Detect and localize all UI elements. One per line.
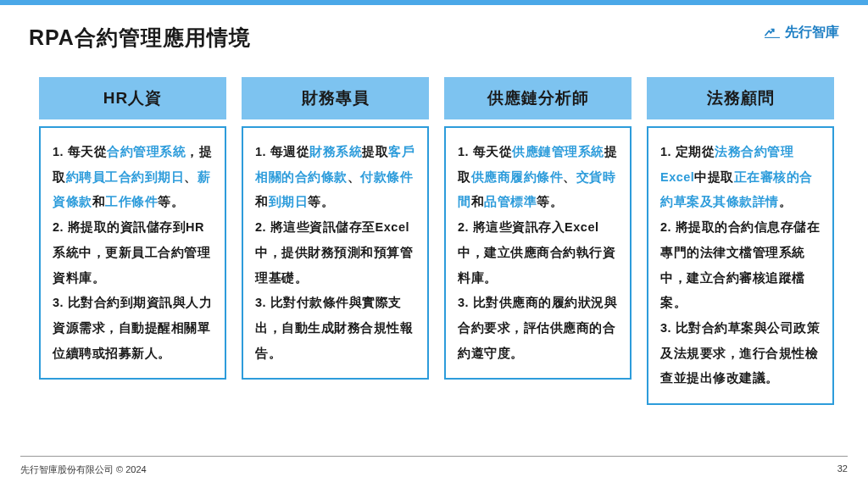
col-header: 財務專員 — [242, 77, 429, 119]
col-hr: HR人資 1. 每天從合約管理系統，提取約聘員工合約到期日、薪資條款和工作條件等… — [39, 77, 226, 405]
col-body: 1. 每週從財務系統提取客戶相關的合約條款、付款條件和到期日等。2. 將這些資訊… — [242, 126, 429, 380]
col-supply: 供應鏈分析師 1. 每天從供應鏈管理系統提取供應商履約條件、交貨時間和品管標準等… — [444, 77, 632, 405]
brand: 先行智庫 — [765, 24, 839, 42]
col-body: 1. 每天從合約管理系統，提取約聘員工合約到期日、薪資條款和工作條件等。2. 將… — [39, 126, 226, 380]
page-number: 32 — [837, 463, 848, 476]
copyright: 先行智庫股份有限公司 © 2024 — [20, 463, 147, 476]
columns-grid: HR人資 1. 每天從合約管理系統，提取約聘員工合約到期日、薪資條款和工作條件等… — [0, 52, 868, 405]
col-legal: 法務顧問 1. 定期從法務合約管理Excel中提取正在審核的合約草案及其條款詳情… — [647, 77, 834, 405]
col-header: 法務顧問 — [647, 77, 834, 119]
brand-text: 先行智庫 — [785, 24, 839, 42]
col-finance: 財務專員 1. 每週從財務系統提取客戶相關的合約條款、付款條件和到期日等。2. … — [242, 77, 429, 405]
col-body: 1. 定期從法務合約管理Excel中提取正在審核的合約草案及其條款詳情。2. 將… — [647, 126, 834, 405]
col-body: 1. 每天從供應鏈管理系統提取供應商履約條件、交貨時間和品管標準等。2. 將這些… — [444, 126, 632, 380]
col-header: HR人資 — [39, 77, 226, 119]
brand-icon — [765, 27, 780, 39]
col-header: 供應鏈分析師 — [444, 77, 632, 119]
page-title: RPA合約管理應用情境 — [29, 24, 251, 52]
footer: 先行智庫股份有限公司 © 2024 32 — [20, 456, 848, 476]
header: RPA合約管理應用情境 先行智庫 — [0, 5, 868, 52]
